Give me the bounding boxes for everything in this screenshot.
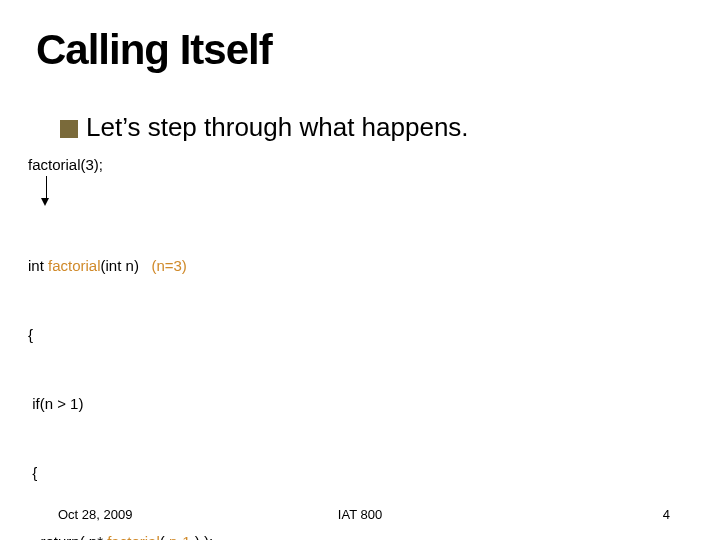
- code-line: {: [28, 461, 213, 484]
- code-line: int factorial(int n) (n=3): [28, 254, 213, 277]
- bullet-text: Let’s step through what happens.: [86, 112, 469, 143]
- code-line: {: [28, 323, 213, 346]
- bullet-icon: [60, 120, 78, 138]
- bullet-row: Let’s step through what happens.: [60, 112, 469, 143]
- slide: Calling Itself Let’s step through what h…: [0, 0, 720, 540]
- footer-page-number: 4: [663, 507, 670, 522]
- slide-title: Calling Itself: [36, 26, 272, 74]
- code-call: factorial(3);: [28, 156, 103, 173]
- code-line: return( n* factorial( n-1 ) );: [28, 530, 213, 540]
- code-block: int factorial(int n) (n=3) { if(n > 1) {…: [28, 208, 213, 540]
- code-line: if(n > 1): [28, 392, 213, 415]
- arrow-down-icon: [44, 176, 49, 206]
- footer-center: IAT 800: [0, 507, 720, 522]
